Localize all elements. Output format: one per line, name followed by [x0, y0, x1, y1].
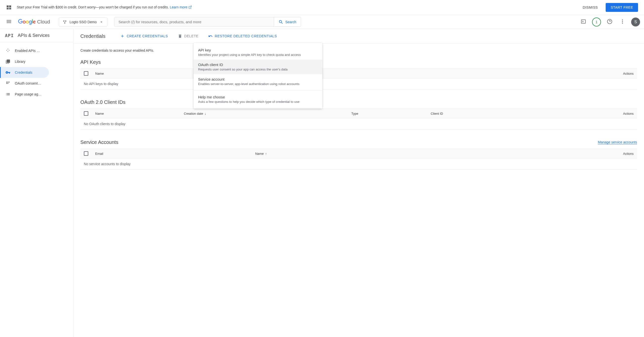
- api-keys-table: Name Restrictions Actions No API keys to…: [80, 68, 637, 90]
- google-logo-icon: [18, 19, 36, 25]
- oauth-section: OAuth 2.0 Client IDs Name Creation date↓…: [80, 100, 637, 130]
- dropdown-item-title: Help me choose: [198, 95, 318, 99]
- column-name[interactable]: Name: [92, 69, 135, 78]
- sidebar-item-library[interactable]: Library: [0, 56, 73, 67]
- section-title: API Keys: [80, 59, 101, 65]
- main: API APIs & Services Enabled APIs & servi…: [0, 29, 644, 337]
- create-credentials-dropdown: API key Identifies your project using a …: [194, 43, 322, 108]
- search-container: Search: [114, 17, 301, 27]
- service-accounts-section: Service Accounts Manage service accounts…: [80, 140, 637, 170]
- menu-button[interactable]: [4, 16, 14, 27]
- sidebar-item-label: Page usage agreements: [15, 92, 42, 96]
- select-all-checkbox[interactable]: [84, 151, 88, 156]
- dropdown-item-desc: Asks a few questions to help you decide …: [198, 100, 318, 104]
- column-client-id[interactable]: Client ID: [427, 109, 538, 118]
- column-type[interactable]: Type: [348, 109, 427, 118]
- more-button[interactable]: [618, 17, 627, 26]
- empty-state: No OAuth clients to display: [80, 118, 637, 130]
- sidebar-items: Enabled APIs & services Library Credenti…: [0, 42, 73, 102]
- column-email[interactable]: Email: [92, 149, 252, 158]
- empty-state: No service accounts to display: [80, 158, 637, 170]
- sidebar-header: API APIs & Services: [0, 29, 73, 42]
- chevron-down-icon: [99, 20, 104, 24]
- sidebar-item-credentials[interactable]: Credentials: [0, 67, 49, 78]
- svg-rect-0: [7, 6, 9, 8]
- plus-icon: [120, 34, 125, 38]
- sidebar-item-enabled-apis[interactable]: Enabled APIs & services: [0, 45, 73, 56]
- content-header: Credentials CREATE CREDENTIALS DELETE RE…: [74, 29, 644, 44]
- promo-text: Start your Free Trial with $300 in credi…: [17, 5, 579, 10]
- intro-text: Create credentials to access your enable…: [80, 48, 637, 52]
- svg-point-7: [64, 22, 66, 24]
- select-all-checkbox[interactable]: [84, 111, 88, 116]
- sidebar-item-label: Library: [15, 60, 26, 64]
- create-credentials-button[interactable]: CREATE CREDENTIALS: [119, 32, 169, 40]
- header: Cloud Logto SSO Demo Search 1 S: [0, 15, 644, 29]
- sidebar-item-oauth-consent[interactable]: OAuth consent screen: [0, 78, 73, 89]
- dropdown-item-oauth-client[interactable]: OAuth client ID Requests user consent so…: [194, 60, 322, 74]
- svg-rect-16: [9, 82, 10, 82]
- dropdown-item-desc: Requests user consent so your app can ac…: [198, 68, 318, 71]
- svg-point-11: [622, 20, 623, 20]
- dropdown-item-service-account[interactable]: Service account Enables server-to-server…: [194, 74, 322, 89]
- content-body: Create credentials to access your enable…: [74, 44, 644, 184]
- delete-button[interactable]: DELETE: [177, 32, 199, 40]
- svg-point-12: [622, 21, 623, 22]
- empty-state: No API keys to display: [80, 78, 637, 90]
- dashboard-icon: [6, 48, 10, 53]
- section-title: Service Accounts: [80, 140, 118, 145]
- column-name[interactable]: Name↑: [252, 149, 450, 158]
- api-icon: API: [5, 33, 14, 38]
- sidebar-item-label: Credentials: [15, 70, 32, 74]
- dismiss-button[interactable]: DISMISS: [579, 4, 602, 11]
- section-title: OAuth 2.0 Client IDs: [80, 100, 126, 105]
- column-actions: Actions: [588, 69, 637, 78]
- column-actions: Actions: [450, 149, 637, 158]
- hamburger-icon: [6, 18, 12, 24]
- promo-bar: Start your Free Trial with $300 in credi…: [0, 0, 644, 15]
- header-actions: 1 S: [579, 17, 640, 26]
- cloud-shell-button[interactable]: [579, 17, 588, 26]
- dropdown-item-desc: Enables server-to-server, app-level auth…: [198, 82, 318, 86]
- dropdown-item-desc: Identifies your project using a simple A…: [198, 53, 318, 56]
- google-cloud-logo[interactable]: Cloud: [18, 19, 50, 25]
- restore-button[interactable]: RESTORE DELETED CREDENTIALS: [207, 32, 278, 40]
- search-input[interactable]: [114, 17, 274, 27]
- dropdown-item-help-me-choose[interactable]: Help me choose Asks a few questions to h…: [194, 92, 322, 106]
- dropdown-divider: [194, 90, 322, 90]
- manage-service-accounts-link[interactable]: Manage service accounts: [598, 140, 637, 144]
- sidebar-item-page-usage[interactable]: Page usage agreements: [0, 89, 73, 100]
- key-icon: [6, 70, 10, 75]
- svg-point-5: [63, 20, 64, 22]
- svg-point-6: [65, 20, 66, 22]
- select-all-checkbox[interactable]: [84, 71, 88, 76]
- learn-more-link[interactable]: Learn more: [170, 5, 192, 9]
- help-button[interactable]: [606, 17, 614, 26]
- column-name[interactable]: Name: [92, 109, 180, 118]
- notifications-badge[interactable]: 1: [592, 18, 601, 26]
- project-name: Logto SSO Demo: [70, 20, 97, 24]
- project-selector[interactable]: Logto SSO Demo: [59, 18, 107, 26]
- dropdown-item-api-key[interactable]: API key Identifies your project using a …: [194, 45, 322, 60]
- start-free-button[interactable]: START FREE: [606, 3, 638, 12]
- sidebar-title: APIs & Services: [18, 33, 50, 38]
- content: Credentials CREATE CREDENTIALS DELETE RE…: [74, 29, 644, 337]
- agreements-icon: [6, 92, 10, 97]
- sidebar-item-label: OAuth consent screen: [15, 81, 42, 85]
- svg-rect-2: [7, 8, 9, 10]
- sort-down-icon: ↓: [204, 112, 206, 116]
- search-icon: [278, 20, 284, 24]
- sort-up-icon: ↑: [265, 152, 267, 156]
- column-creation-date[interactable]: Creation date↓: [180, 109, 348, 118]
- search-button[interactable]: Search: [274, 17, 301, 27]
- avatar[interactable]: S: [631, 18, 640, 26]
- svg-rect-18: [8, 83, 8, 84]
- svg-rect-1: [9, 6, 11, 8]
- undo-icon: [208, 34, 213, 38]
- sidebar-item-label: Enabled APIs & services: [15, 49, 42, 53]
- trash-icon: [178, 34, 182, 38]
- library-icon: [6, 59, 10, 64]
- sidebar: API APIs & Services Enabled APIs & servi…: [0, 29, 74, 337]
- svg-rect-15: [8, 82, 8, 82]
- gift-icon: [6, 4, 12, 10]
